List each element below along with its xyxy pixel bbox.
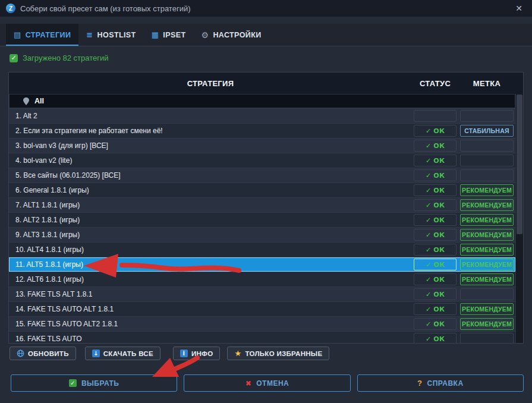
- tab-ipset[interactable]: ▦ IPSET: [144, 24, 194, 46]
- badge-cell: РЕКОМЕНДУЕМ: [458, 198, 515, 212]
- strategy-name: 15. FAKE TLS AUTO ALT2 1.8.1: [9, 317, 412, 331]
- table-row[interactable]: 2. Если эта стратегия не работает смени …: [9, 124, 515, 138]
- select-button[interactable]: ✓ ВЫБРАТЬ: [11, 374, 177, 392]
- status-cell: ✓ ОК: [412, 228, 458, 242]
- table-row[interactable]: 14. FAKE TLS AUTO ALT 1.8.1✓ ОКРЕКОМЕНДУ…: [9, 302, 515, 317]
- status-ok-label: ✓ ОК: [414, 155, 457, 166]
- group-row-all[interactable]: All: [9, 94, 515, 109]
- download-all-button-label: СКАЧАТЬ ВСЕ: [103, 350, 153, 357]
- help-button-label: СПРАВКА: [427, 379, 464, 388]
- strategy-name: 5. Все сайты (06.01.2025) [ВСЕ]: [9, 168, 412, 182]
- table-row[interactable]: 7. ALT1 1.8.1 (игры)✓ ОКРЕКОМЕНДУЕМ: [9, 198, 515, 213]
- status-ok-label: ✓ ОК: [414, 169, 457, 181]
- app-logo-icon: Z: [6, 4, 15, 13]
- strategy-name: 7. ALT1 1.8.1 (игры): [9, 198, 412, 212]
- tab-hostlist[interactable]: ≡ HOSTLIST: [78, 24, 143, 46]
- table-row[interactable]: 12. ALT6 1.8.1 (игры)✓ ОКРЕКОМЕНДУЕМ: [9, 272, 515, 287]
- badge-label: РЕКОМЕНДУЕМ: [460, 199, 514, 211]
- strategy-name: 4. bol-van v2 (lite): [9, 153, 412, 168]
- question-icon: ?: [417, 379, 422, 388]
- strategy-name: 14. FAKE TLS AUTO ALT 1.8.1: [9, 302, 412, 316]
- header-status: СТАТУС: [412, 79, 458, 88]
- badge-label: [460, 155, 514, 166]
- status-ok-label: ✓ ОК: [414, 259, 457, 270]
- badge-label: РЕКОМЕНДУЕМ: [460, 318, 514, 330]
- download-icon: ↓: [92, 350, 100, 357]
- badge-cell: РЕКОМЕНДУЕМ: [458, 302, 515, 316]
- cancel-x-icon: ✖: [245, 379, 252, 388]
- footer-buttons: ✓ ВЫБРАТЬ ✖ ОТМЕНА ? СПРАВКА: [11, 374, 524, 392]
- tab-strategies[interactable]: ▤ СТРАТЕГИИ: [6, 24, 78, 46]
- badge-label: [460, 110, 514, 122]
- table-row[interactable]: 8. ALT2 1.8.1 (игры)✓ ОКРЕКОМЕНДУЕМ: [9, 213, 515, 228]
- table-row[interactable]: 3. bol-van v3 (для игр) [ВСЕ]✓ ОК: [9, 138, 515, 153]
- table-row[interactable]: 11. ALT5 1.8.1 (игры)✓ ОКРЕКОМЕНДУЕМ: [9, 257, 515, 272]
- badge-cell: [458, 332, 515, 343]
- badge-cell: [458, 153, 515, 168]
- status-ok-label: ✓ ОК: [414, 184, 457, 196]
- status-cell: ✓ ОК: [412, 183, 458, 197]
- star-icon: ★: [234, 349, 241, 358]
- badge-cell: РЕКОМЕНДУЕМ: [458, 243, 515, 257]
- badge-label: РЕКОМЕНДУЕМ: [460, 244, 514, 256]
- info-icon: i: [180, 350, 188, 357]
- strategy-name: 2. Если эта стратегия не работает смени …: [9, 124, 412, 138]
- badge-cell: [458, 109, 515, 123]
- badge-cell: РЕКОМЕНДУЕМ: [458, 317, 515, 331]
- table-body: All 1. Alt 22. Если эта стратегия не раб…: [9, 94, 515, 343]
- status-ok-label: ✓ ОК: [414, 214, 457, 226]
- strategies-icon: ▤: [14, 30, 21, 39]
- loaded-check-icon: ✓: [10, 54, 18, 62]
- status-ok-label: ✓ ОК: [414, 333, 457, 343]
- table-row[interactable]: 9. ALT3 1.8.1 (игры)✓ ОКРЕКОМЕНДУЕМ: [9, 228, 515, 243]
- badge-label: РЕКОМЕНДУЕМ: [460, 229, 514, 241]
- status-ok-label: [414, 110, 457, 122]
- badge-label: [460, 288, 514, 300]
- status-cell: ✓ ОК: [412, 124, 458, 138]
- info-button[interactable]: i ИНФО: [173, 347, 221, 360]
- scrollbar[interactable]: [515, 94, 523, 343]
- status-ok-label: ✓ ОК: [414, 229, 457, 241]
- help-button[interactable]: ? СПРАВКА: [357, 374, 524, 392]
- badge-cell: РЕКОМЕНДУЕМ: [458, 257, 515, 272]
- badge-label: РЕКОМЕНДУЕМ: [460, 184, 514, 196]
- status-cell: ✓ ОК: [412, 302, 458, 316]
- tab-settings[interactable]: ⚙ НАСТРОЙКИ: [193, 24, 269, 46]
- table-row[interactable]: 4. bol-van v2 (lite)✓ ОК: [9, 153, 515, 168]
- badge-cell: РЕКОМЕНДУЕМ: [458, 228, 515, 242]
- close-icon[interactable]: ✕: [512, 4, 526, 13]
- titlebar: Z Собери свой пресет сам (из готовых стр…: [0, 0, 532, 17]
- table-row[interactable]: 15. FAKE TLS AUTO ALT2 1.8.1✓ ОКРЕКОМЕНД…: [9, 317, 515, 332]
- strategy-name: 13. FAKE TLS ALT 1.8.1: [9, 287, 412, 301]
- status-cell: ✓ ОК: [412, 168, 458, 182]
- badge-cell: РЕКОМЕНДУЕМ: [458, 213, 515, 227]
- table-row[interactable]: 1. Alt 2: [9, 109, 515, 124]
- badge-cell: СТАБИЛЬНАЯ: [458, 124, 515, 138]
- table-row[interactable]: 16. FAKE TLS AUTO✓ ОК: [9, 332, 515, 343]
- status-cell: ✓ ОК: [412, 198, 458, 212]
- scrollbar-thumb[interactable]: [517, 95, 522, 234]
- cancel-button[interactable]: ✖ ОТМЕНА: [184, 374, 350, 392]
- refresh-button[interactable]: ОБНОВИТЬ: [10, 347, 76, 360]
- table-row[interactable]: 6. General 1.8.1 (игры)✓ ОКРЕКОМЕНДУЕМ: [9, 183, 515, 198]
- favorites-only-button[interactable]: ★ ТОЛЬКО ИЗБРАННЫЕ: [227, 347, 329, 360]
- status-ok-label: ✓ ОК: [414, 125, 457, 137]
- select-button-label: ВЫБРАТЬ: [81, 379, 119, 388]
- badge-label: РЕКОМЕНДУЕМ: [460, 273, 514, 285]
- table-row[interactable]: 10. ALT4 1.8.1 (игры)✓ ОКРЕКОМЕНДУЕМ: [9, 243, 515, 257]
- status-cell: [412, 109, 458, 123]
- table-row[interactable]: 5. Все сайты (06.01.2025) [ВСЕ]✓ ОК: [9, 168, 515, 183]
- status-cell: ✓ ОК: [412, 153, 458, 168]
- download-all-button[interactable]: ↓ СКАЧАТЬ ВСЕ: [85, 347, 160, 360]
- tab-settings-label: НАСТРОЙКИ: [213, 31, 261, 39]
- table-header: СТРАТЕГИЯ СТАТУС МЕТКА: [9, 73, 523, 95]
- strategy-name: 8. ALT2 1.8.1 (игры): [9, 213, 412, 227]
- badge-cell: [458, 287, 515, 301]
- status-ok-label: ✓ ОК: [414, 273, 457, 285]
- globe-icon: [17, 350, 24, 357]
- badge-label: СТАБИЛЬНАЯ: [460, 125, 514, 137]
- badge-label: [460, 333, 514, 343]
- table-row[interactable]: 13. FAKE TLS ALT 1.8.1✓ ОК: [9, 287, 515, 302]
- status-ok-label: ✓ ОК: [414, 244, 457, 256]
- strategy-name: 11. ALT5 1.8.1 (игры): [9, 257, 412, 272]
